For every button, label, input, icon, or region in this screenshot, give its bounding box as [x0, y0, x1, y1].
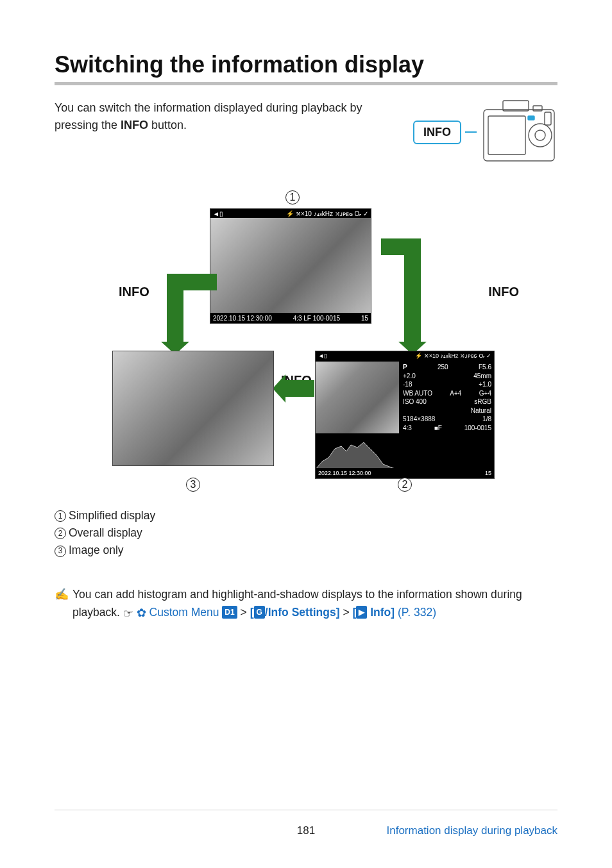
intro-text-post: button.: [148, 119, 187, 131]
shot-b-bot-left: 2022.10.15 12:30:00: [318, 470, 371, 476]
link-custom-menu[interactable]: Custom Menu: [149, 606, 219, 619]
svg-point-4: [535, 130, 545, 140]
marker-2: 2: [398, 478, 412, 492]
legend-item-1: 1Simplified display: [55, 507, 557, 524]
see-icon: ☞: [123, 607, 133, 620]
marker-1: 1: [285, 190, 300, 204]
overall-data-panel: P250F5.6 +2.045mm -18+1.0 WB AUTOA+4G+4 …: [400, 362, 494, 467]
tip-note: ✍ You can add histogram and highlight-an…: [55, 586, 557, 622]
shot-a-bot-left: 2022.10.15 12:30:00: [213, 315, 272, 322]
link-play-info[interactable]: [▶ Info]: [353, 606, 395, 619]
svg-rect-0: [484, 110, 554, 161]
svg-rect-6: [545, 112, 551, 125]
svg-rect-5: [533, 106, 542, 111]
shot-b-top-right: ⚡ ⤧×10 ♪₄₈kHz ⤮ᴊᴘᴇɢ Oᵣ ✓: [415, 353, 491, 359]
arrow-top-to-left: [167, 274, 183, 343]
info-label-left: INFO: [119, 285, 149, 299]
page-footer: 181 Information display during playback: [55, 810, 557, 837]
svg-point-3: [529, 124, 552, 147]
callout-connector: [465, 131, 477, 133]
shot-a-mid-right: 4:3 LF 100-0015: [293, 315, 340, 322]
svg-rect-7: [528, 116, 534, 120]
arrow-right-to-left: [285, 380, 314, 397]
intro-text-pre: You can switch the information displayed…: [55, 101, 362, 131]
sep-1: >: [241, 606, 247, 619]
info-label-right: INFO: [488, 285, 519, 299]
screenshot-image-only: [112, 351, 274, 466]
info-cycle-diagram: 1 ◄▯ ⚡ ⤧×10 ♪₄₈kHz ⤮ᴊᴘᴇɢ Oᵣ ✓ 2022.10.15…: [55, 190, 557, 479]
title-underline: [55, 82, 557, 85]
arrow-top-to-right: [404, 238, 421, 343]
footer-breadcrumb-link[interactable]: Information display during playback: [387, 824, 557, 837]
chip-grid-icon: G: [254, 606, 265, 619]
camera-back-illustration: [480, 97, 557, 167]
chip-d1: D1: [222, 606, 237, 619]
legend-item-3: 3Image only: [55, 542, 557, 559]
page-ref-link[interactable]: (P. 332): [398, 606, 436, 619]
sep-2: >: [343, 606, 349, 619]
legend: 1Simplified display 2Overall display 3Im…: [55, 507, 557, 559]
page-title: Switching the information display: [55, 51, 557, 78]
svg-rect-2: [488, 116, 525, 154]
shot-a-top-left: ◄▯: [213, 210, 223, 217]
gear-icon: ✿: [137, 606, 146, 619]
chip-play-icon: ▶: [356, 606, 367, 619]
shot-b-top-left: ◄▯: [318, 353, 327, 359]
legend-item-2: 2Overall display: [55, 524, 557, 542]
shot-a-top-right: ⚡ ⤧×10 ♪₄₈kHz ⤮ᴊᴘᴇɢ Oᵣ ✓: [286, 210, 368, 217]
screenshot-overall-display: ◄▯ ⚡ ⤧×10 ♪₄₈kHz ⤮ᴊᴘᴇɢ Oᵣ ✓ P250F5.6 +2.…: [315, 351, 495, 479]
tip-icon: ✍: [55, 586, 69, 622]
intro-paragraph: You can switch the information displayed…: [55, 99, 407, 134]
screenshot-simplified-display: ◄▯ ⚡ ⤧×10 ♪₄₈kHz ⤮ᴊᴘᴇɢ Oᵣ ✓ 2022.10.15 1…: [210, 208, 371, 324]
marker-3: 3: [186, 478, 200, 492]
link-info-settings[interactable]: [G/Info Settings]: [250, 606, 340, 619]
page-number: 181: [297, 824, 315, 837]
shot-b-bot-right: 15: [485, 470, 491, 476]
intro-info-word: INFO: [121, 119, 148, 131]
shot-a-bot-right: 15: [361, 315, 368, 322]
info-callout-label: INFO: [413, 121, 461, 144]
